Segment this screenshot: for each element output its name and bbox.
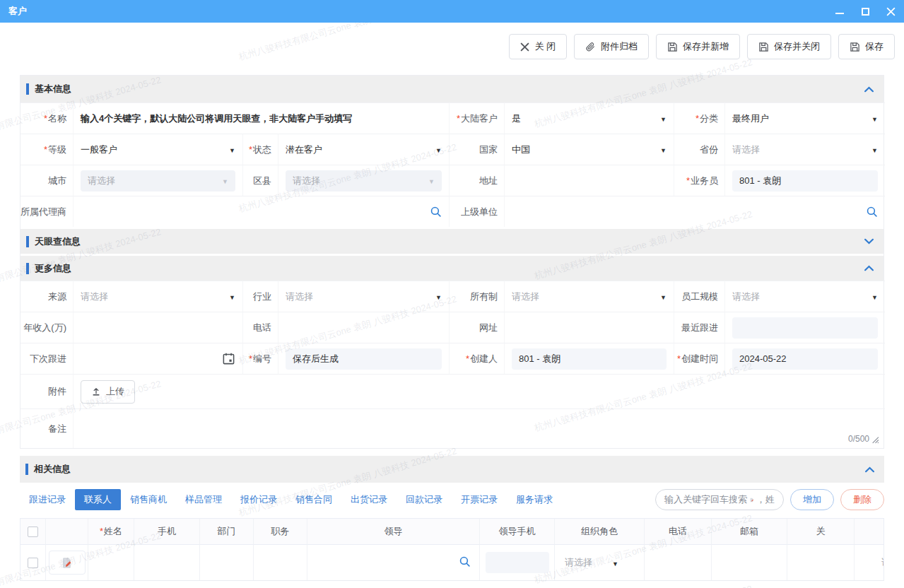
row-checkbox[interactable] [28, 558, 38, 568]
phone-input[interactable] [278, 312, 449, 343]
level-select[interactable]: 一般客户 [73, 134, 242, 165]
tab-quotation-records[interactable]: 报价记录 [231, 489, 286, 510]
status-label: 状态 [249, 143, 271, 156]
attachment-label: 附件 [48, 385, 66, 398]
cell-mobile-input[interactable] [134, 545, 200, 580]
industry-select[interactable]: 请选择 [278, 281, 449, 312]
parent-unit-lookup-field[interactable] [504, 196, 885, 227]
mainland-select[interactable]: 是 [504, 102, 674, 134]
name-input[interactable]: 输入4个关键字，默认大陆公司将调用天眼查，非大陆客户手动填写 [73, 102, 449, 134]
close-form-label: 关 闭 [534, 40, 556, 53]
city-select-disabled: 请选择 [73, 165, 242, 196]
minimize-icon[interactable] [835, 6, 845, 16]
ownership-select[interactable]: 请选择 [504, 281, 674, 312]
address-input[interactable] [504, 165, 674, 196]
save-button[interactable]: 保存 [838, 34, 895, 59]
province-select[interactable]: 请选择 [724, 134, 885, 165]
save-and-close-button[interactable]: 保存并关闭 [747, 34, 831, 59]
name-label: 名称 [44, 112, 66, 125]
dropdown-caret-icon [229, 144, 235, 155]
cell-name-input[interactable] [88, 545, 134, 580]
remark-counter: 0/500 [848, 434, 879, 444]
source-select[interactable]: 请选择 [73, 281, 242, 312]
cell-relation[interactable] [787, 545, 855, 580]
save-icon [758, 42, 769, 52]
tab-invoice-records[interactable]: 开票记录 [452, 489, 507, 510]
col-department: 部门 [218, 525, 236, 538]
close-form-button[interactable]: 关 闭 [509, 34, 567, 59]
cell-email-input[interactable] [712, 545, 787, 580]
category-label: 分类 [695, 112, 718, 125]
serial-field: 保存后生成 [278, 343, 449, 374]
cell-relation-select[interactable]: 请选择 [855, 545, 884, 580]
attachment-archive-button[interactable]: 附件归档 [574, 34, 649, 59]
employee-scale-select[interactable]: 请选择 [724, 281, 885, 312]
agent-lookup-field[interactable] [73, 196, 449, 227]
keyword-search-input[interactable]: 输入关键字回车搜索 ，姓 [655, 489, 784, 510]
district-select-disabled: 请选择 [278, 165, 449, 196]
recent-followup-field [724, 312, 885, 343]
dropdown-caret-icon [871, 291, 878, 302]
cell-phone-input[interactable] [645, 545, 712, 580]
section-tianyancha-header: 天眼查信息 [20, 227, 884, 254]
select-all-checkbox[interactable] [28, 527, 38, 537]
tab-sales-contracts[interactable]: 销售合同 [286, 489, 341, 510]
collapse-up-icon[interactable] [865, 466, 874, 473]
row-edit-button[interactable] [49, 551, 86, 575]
cell-leader-lookup[interactable] [307, 545, 480, 580]
col-phone: 电话 [669, 525, 687, 538]
next-followup-datepicker[interactable] [73, 343, 242, 374]
search-icon[interactable] [430, 206, 442, 218]
tab-followup-records[interactable]: 跟进记录 [20, 489, 75, 510]
cell-leader-mobile-disabled [480, 545, 555, 580]
website-input[interactable] [504, 312, 674, 343]
create-time-field: 2024-05-22 [724, 343, 885, 374]
status-select[interactable]: 潜在客户 [278, 134, 449, 165]
paperclip-icon [585, 42, 596, 52]
mainland-label: 大陆客户 [457, 112, 498, 125]
dropdown-caret-icon [871, 113, 878, 124]
save-and-close-label: 保存并关闭 [774, 40, 820, 53]
tab-sample-management[interactable]: 样品管理 [176, 489, 231, 510]
expand-down-icon[interactable] [864, 238, 874, 245]
remark-label: 备注 [48, 423, 66, 435]
tab-shipment-records[interactable]: 出货记录 [341, 489, 397, 510]
salesman-field[interactable]: 801 - 袁朗 [724, 165, 885, 196]
section-accent-bar [26, 236, 29, 247]
dropdown-caret-icon [871, 144, 878, 155]
cell-position-input[interactable] [254, 545, 307, 580]
section-accent-bar [26, 263, 29, 274]
tab-service-requests[interactable]: 服务请求 [507, 489, 562, 510]
annual-income-input[interactable] [73, 312, 242, 343]
dropdown-caret-icon [660, 113, 667, 124]
close-icon[interactable] [886, 6, 896, 16]
resize-handle-icon[interactable] [871, 436, 879, 444]
calendar-icon[interactable] [222, 352, 235, 365]
delete-button[interactable]: 删除 [840, 489, 884, 510]
search-icon[interactable] [866, 206, 878, 218]
category-select[interactable]: 最终用户 [724, 102, 885, 134]
collapse-up-icon[interactable] [864, 86, 874, 93]
tab-sales-opportunities[interactable]: 销售商机 [121, 489, 176, 510]
parent-unit-label: 上级单位 [461, 206, 498, 218]
collapse-up-icon[interactable] [864, 265, 874, 271]
col-position: 职务 [271, 525, 290, 538]
search-icon[interactable] [459, 555, 471, 570]
maximize-icon[interactable] [860, 6, 870, 16]
province-label: 省份 [700, 143, 718, 156]
phone-label: 电话 [253, 322, 271, 334]
industry-label: 行业 [253, 290, 271, 303]
section-basic-info-header: 基本信息 [20, 76, 884, 102]
col-leader-mobile: 领导手机 [499, 525, 536, 538]
cell-org-role-select[interactable]: 请选择 [555, 545, 645, 580]
cell-department-input[interactable] [200, 545, 254, 580]
tab-contacts[interactable]: 联系人 [75, 489, 121, 510]
upload-button[interactable]: 上传 [81, 380, 135, 404]
level-label: 等级 [44, 143, 66, 156]
recent-followup-label: 最近跟进 [681, 322, 718, 334]
save-and-new-button[interactable]: 保存并新增 [656, 34, 740, 59]
country-select[interactable]: 中国 [504, 134, 674, 165]
remark-textarea[interactable]: 0/500 [73, 408, 885, 448]
tab-payment-records[interactable]: 回款记录 [397, 489, 452, 510]
add-button[interactable]: 增加 [790, 489, 834, 510]
